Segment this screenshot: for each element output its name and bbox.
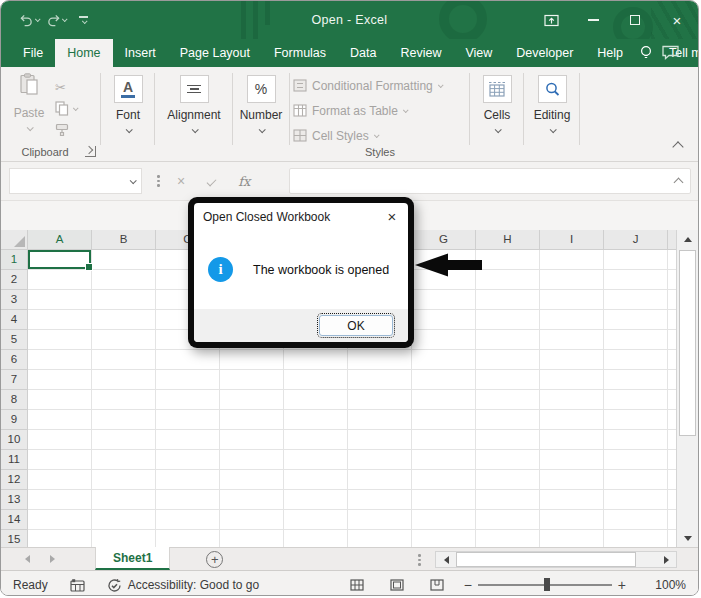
scroll-right-button[interactable] [656,552,676,567]
collapse-ribbon-button[interactable] [672,141,683,152]
horizontal-scrollbar[interactable] [435,551,677,568]
ok-button[interactable]: OK [319,315,393,336]
cell-B7[interactable] [92,370,156,390]
cell-H2[interactable] [476,270,540,290]
cell-B10[interactable] [92,430,156,450]
cell-I11[interactable] [540,450,604,470]
cell-D6[interactable] [220,350,284,370]
horizontal-scrollbar-thumb[interactable] [456,552,636,567]
page-break-preview-button[interactable] [430,579,444,591]
normal-view-button[interactable] [350,579,364,591]
cell-D9[interactable] [220,410,284,430]
scroll-up-button[interactable] [677,230,698,248]
zoom-in-button[interactable]: + [612,577,632,593]
tab-insert[interactable]: Insert [113,39,168,67]
cell-I10[interactable] [540,430,604,450]
cell-J8[interactable] [604,390,668,410]
cell-F13[interactable] [348,490,412,510]
row-header-12[interactable]: 12 [1,470,28,490]
cell-B9[interactable] [92,410,156,430]
row-header-11[interactable]: 11 [1,450,28,470]
cell-G9[interactable] [412,410,476,430]
cell-A2[interactable] [28,270,92,290]
cell-D13[interactable] [220,490,284,510]
editing-group-button[interactable]: Editing [525,67,579,136]
tab-developer[interactable]: Developer [504,39,585,67]
row-header-2[interactable]: 2 [1,270,28,290]
cell-A15[interactable] [28,530,92,547]
row-header-6[interactable]: 6 [1,350,28,370]
column-header-H[interactable]: H [476,230,540,250]
copy-button[interactable] [55,98,95,119]
enter-check-icon[interactable] [207,176,217,186]
format-painter-button[interactable] [55,119,95,140]
close-button[interactable]: × [656,1,698,39]
row-header-13[interactable]: 13 [1,490,28,510]
cell-H14[interactable] [476,510,540,530]
cell-J9[interactable] [604,410,668,430]
cell-G12[interactable] [412,470,476,490]
cell-J1[interactable] [604,250,668,270]
cell-J13[interactable] [604,490,668,510]
cell-J7[interactable] [604,370,668,390]
cell-H13[interactable] [476,490,540,510]
cell-A11[interactable] [28,450,92,470]
cell-D8[interactable] [220,390,284,410]
cell-F14[interactable] [348,510,412,530]
cell-H15[interactable] [476,530,540,547]
row-header-15[interactable]: 15 [1,530,28,547]
tab-scroll-splitter[interactable] [418,554,421,566]
cell-A14[interactable] [28,510,92,530]
macro-record-button[interactable] [70,579,85,592]
vertical-scrollbar-thumb[interactable] [679,250,696,436]
format-as-table-button[interactable]: Format as Table [293,98,467,123]
cell-I4[interactable] [540,310,604,330]
cell-H3[interactable] [476,290,540,310]
cell-H5[interactable] [476,330,540,350]
cell-F7[interactable] [348,370,412,390]
column-header-I[interactable]: I [540,230,604,250]
cell-D11[interactable] [220,450,284,470]
accessibility-status[interactable]: Accessibility: Good to go [107,578,259,593]
previous-sheet-button[interactable] [25,555,30,563]
column-header-J[interactable]: J [604,230,668,250]
cell-C14[interactable] [156,510,220,530]
cell-B6[interactable] [92,350,156,370]
alignment-group-button[interactable]: Alignment [156,67,232,136]
cell-A13[interactable] [28,490,92,510]
cell-J2[interactable] [604,270,668,290]
cell-G3[interactable] [412,290,476,310]
cell-I9[interactable] [540,410,604,430]
row-header-7[interactable]: 7 [1,370,28,390]
row-header-8[interactable]: 8 [1,390,28,410]
cell-G7[interactable] [412,370,476,390]
scroll-down-button[interactable] [677,529,698,547]
tab-file[interactable]: File [11,39,55,67]
cell-G15[interactable] [412,530,476,547]
cell-A7[interactable] [28,370,92,390]
vertical-scrollbar[interactable] [676,230,698,547]
cell-D14[interactable] [220,510,284,530]
comment-icon[interactable] [661,45,680,65]
zoom-out-button[interactable]: − [458,577,478,593]
cell-B13[interactable] [92,490,156,510]
cell-J6[interactable] [604,350,668,370]
cell-F15[interactable] [348,530,412,547]
cell-A9[interactable] [28,410,92,430]
cell-A6[interactable] [28,350,92,370]
cell-E11[interactable] [284,450,348,470]
next-sheet-button[interactable] [50,555,55,563]
cell-I13[interactable] [540,490,604,510]
cell-E9[interactable] [284,410,348,430]
cell-J11[interactable] [604,450,668,470]
cell-B15[interactable] [92,530,156,547]
select-all-corner[interactable] [1,230,28,250]
paste-button[interactable]: Paste [11,73,47,134]
drag-handle-dots[interactable] [157,175,160,187]
row-header-14[interactable]: 14 [1,510,28,530]
cell-styles-button[interactable]: Cell Styles [293,123,467,148]
minimize-button[interactable] [572,1,614,39]
cell-D7[interactable] [220,370,284,390]
cell-H8[interactable] [476,390,540,410]
cell-J12[interactable] [604,470,668,490]
